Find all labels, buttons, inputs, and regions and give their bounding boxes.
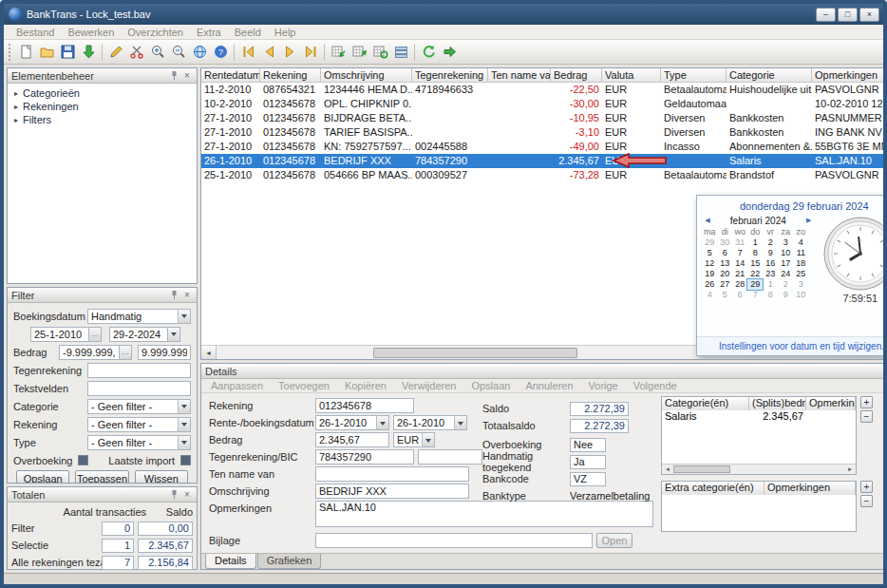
categorie-select[interactable]: - Geen filter - (87, 399, 191, 414)
column-header[interactable]: Opmerkingen (812, 68, 887, 82)
calendar-day[interactable]: 13 (717, 258, 732, 269)
transaction-cell[interactable]: SAL.JAN.10 (812, 154, 887, 168)
valuta-select[interactable]: EUR (393, 432, 435, 447)
transaction-cell[interactable]: EUR (602, 125, 661, 140)
chevron-down-icon[interactable] (376, 416, 388, 429)
action-button-2[interactable]: Kopiëren (345, 380, 387, 391)
calendar-day[interactable]: 16 (763, 258, 778, 269)
transaction-row[interactable]: 26-1-2010012345678BEDRIJF XXX7843572902.… (201, 154, 887, 168)
transaction-cell[interactable]: EUR (602, 83, 661, 97)
transaction-row[interactable]: 10-2-2010012345678OPL. CHIPKNIP 0...-30,… (201, 97, 887, 111)
transaction-cell[interactable]: 10-02-2010 12:2... (812, 97, 887, 111)
tree-item-rekeningen[interactable]: ▸Rekeningen (9, 100, 195, 113)
transaction-cell[interactable] (488, 140, 551, 154)
transaction-cell[interactable]: 25-1-2010 (201, 168, 260, 182)
open-button[interactable]: Open (596, 533, 632, 548)
calendar-day[interactable]: 25 (793, 269, 808, 279)
remove-category-button[interactable]: − (860, 410, 873, 423)
column-header[interactable]: Valuta (602, 68, 661, 82)
pin-icon[interactable] (168, 290, 179, 301)
transaction-cell[interactable]: -30,00 (551, 97, 602, 111)
transaction-cell[interactable]: Geldautomaat (661, 97, 727, 111)
transaction-cell[interactable] (488, 97, 551, 111)
transaction-cell[interactable]: -49,00 (551, 140, 602, 154)
transaction-cell[interactable] (661, 154, 727, 168)
scrollbar-thumb[interactable] (673, 465, 730, 473)
menu-item-overzichten[interactable]: Overzichten (121, 27, 190, 38)
expand-icon[interactable]: ▸ (11, 103, 21, 111)
action-button-3[interactable]: Verwijderen (402, 380, 456, 391)
calendar-day[interactable]: 3 (778, 237, 793, 248)
transaction-cell[interactable] (488, 154, 551, 168)
transaction-cell[interactable]: TARIEF BASISPA... (321, 125, 412, 140)
transaction-cell[interactable]: Betaalautomaat (661, 83, 727, 97)
calendar-day[interactable]: 28 (732, 279, 747, 290)
transaction-cell[interactable]: 4718946633 (412, 83, 488, 97)
transaction-cell[interactable]: 10-2-2010 (201, 97, 260, 111)
calendar-day[interactable]: 8 (747, 248, 763, 258)
calendar-day[interactable]: 1 (747, 237, 763, 248)
tab-grafieken[interactable]: Grafieken (257, 554, 322, 569)
action-button-7[interactable]: Volgende (633, 380, 677, 391)
zoom-in-icon[interactable] (147, 42, 168, 63)
column-header[interactable]: Opmerkingen (764, 482, 856, 495)
rekening-input[interactable] (315, 398, 414, 413)
transaction-cell[interactable]: Betaalautomaat (661, 168, 727, 182)
transaction-cell[interactable] (488, 168, 551, 182)
transaction-cell[interactable]: 012345678 (260, 154, 321, 168)
column-header[interactable]: Tegenrekening (412, 68, 488, 82)
overboeking-checkbox[interactable] (78, 455, 88, 465)
transaction-cell[interactable]: 054666 BP MAAS... (321, 168, 412, 182)
transaction-cell[interactable]: OPL. CHIPKNIP 0... (321, 97, 412, 111)
transaction-row[interactable]: 25-1-2010012345678054666 BP MAAS...00030… (201, 168, 887, 182)
categories-hscrollbar[interactable]: ◂ ▸ (662, 464, 856, 474)
date-to-dropdown-icon[interactable] (168, 327, 180, 342)
calendar-day[interactable]: 5 (717, 290, 732, 300)
transaction-cell[interactable]: -3,10 (551, 125, 602, 140)
chevron-down-icon[interactable] (422, 433, 434, 446)
transaction-cell[interactable]: 27-1-2010 (201, 140, 260, 154)
tekstvelden-input[interactable] (87, 381, 191, 396)
calendar-day[interactable]: 23 (763, 269, 778, 279)
transaction-cell[interactable]: KN: 7592757597... (321, 140, 412, 154)
refresh-icon[interactable] (418, 42, 439, 63)
chevron-down-icon[interactable] (178, 310, 190, 323)
transaction-cell[interactable]: 27-1-2010 (201, 125, 260, 140)
transaction-row[interactable]: 11-2-20100876543211234446 HEMA D...47189… (201, 83, 887, 97)
transaction-cell[interactable]: -73,28 (551, 168, 602, 182)
category-cell[interactable] (806, 410, 856, 424)
omschrijving-input[interactable] (315, 484, 469, 499)
tab-details[interactable]: Details (205, 554, 256, 569)
toolbar-grip[interactable] (9, 44, 11, 61)
transaction-cell[interactable]: 012345678 (260, 97, 321, 111)
calendar-day[interactable]: 29 (702, 237, 717, 248)
transaction-cell[interactable] (488, 83, 551, 97)
transaction-cell[interactable]: PASVOLGNR 123... (812, 168, 887, 182)
transaction-row[interactable]: 27-1-2010012345678TARIEF BASISPA...-3,10… (201, 125, 887, 140)
action-button-4[interactable]: Opslaan (471, 380, 510, 391)
calendar-day[interactable]: 6 (732, 290, 747, 300)
transaction-cell[interactable]: 087654321 (260, 83, 321, 97)
tennamevan-input[interactable] (315, 466, 469, 482)
calendar-day[interactable]: 26 (702, 279, 717, 290)
date-from-browse-button[interactable]: … (89, 327, 102, 342)
menu-item-help[interactable]: Help (268, 27, 303, 38)
calendar-day[interactable]: 1 (763, 279, 778, 290)
rekening-select[interactable]: - Geen filter - (87, 417, 191, 432)
transaction-cell[interactable]: Huishoudelijke uit... (727, 83, 812, 97)
transaction-cell[interactable]: 27-1-2010 (201, 111, 260, 125)
calendar-day[interactable]: 6 (717, 248, 732, 258)
transaction-cell[interactable]: EUR (602, 111, 661, 125)
type-select[interactable]: - Geen filter - (87, 435, 191, 450)
category-cell[interactable]: 2.345,67 (749, 410, 806, 424)
boekingsdatum-detail-select[interactable]: 26-1-2010 (393, 415, 467, 430)
transaction-cell[interactable]: EUR (602, 97, 661, 111)
bijlage-input[interactable] (315, 533, 593, 548)
transaction-cell[interactable] (412, 111, 488, 125)
transaction-cell[interactable]: BIJDRAGE BETA... (321, 111, 412, 125)
calendar-day[interactable]: 19 (702, 269, 717, 279)
column-header[interactable]: Categorie (727, 68, 812, 82)
rentedatum-select[interactable]: 26-1-2010 (315, 415, 389, 430)
calendar-day[interactable]: 4 (702, 290, 717, 300)
action-button-1[interactable]: Toevoegen (278, 380, 330, 391)
